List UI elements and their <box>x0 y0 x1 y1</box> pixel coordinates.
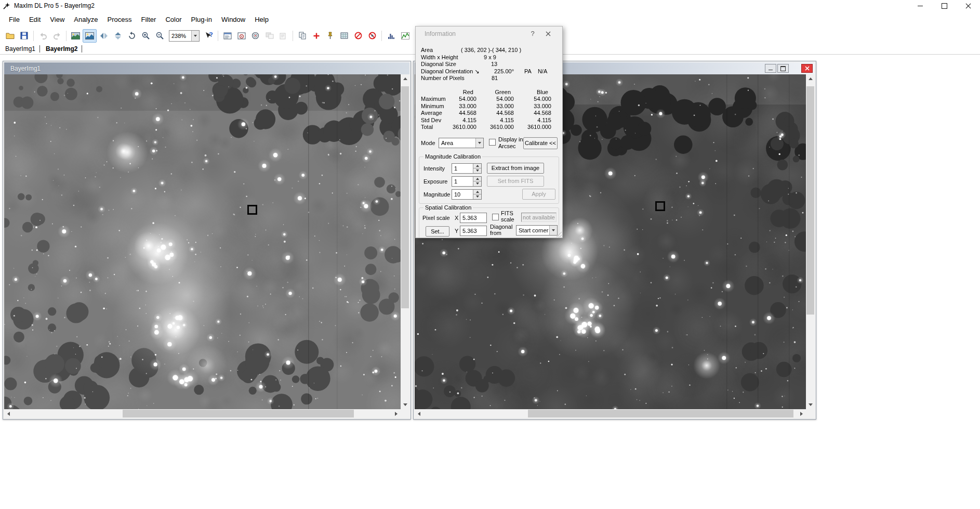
scroll-right-button[interactable] <box>797 409 806 418</box>
vertical-scrollbar[interactable] <box>401 74 409 409</box>
minimize-button[interactable] <box>908 0 932 11</box>
app-titlebar[interactable]: MaxIm DL Pro 5 - BayerImg2 <box>0 0 980 11</box>
mode-select[interactable]: Area <box>439 138 484 148</box>
intensity-spinner[interactable]: 1 <box>452 163 482 174</box>
apply-button[interactable]: Apply <box>522 189 555 200</box>
menu-color[interactable]: Color <box>161 14 186 25</box>
pixel-scale-x-input[interactable]: 5.363 <box>460 213 487 223</box>
menu-analyze[interactable]: Analyze <box>69 14 102 25</box>
batch-process-button[interactable] <box>276 29 290 43</box>
zoom-in-button[interactable] <box>139 29 153 43</box>
set-from-fits-button[interactable]: Set from FITS <box>487 176 544 187</box>
dialog-titlebar[interactable]: Information ? <box>416 27 562 41</box>
scroll-left-button[interactable] <box>4 409 13 418</box>
extract-from-image-button[interactable]: Extract from image <box>487 163 544 174</box>
scrollbar-track[interactable] <box>806 83 815 400</box>
magnitude-spin-down[interactable] <box>473 194 481 199</box>
close-button[interactable] <box>956 0 980 11</box>
screen-stretch-button[interactable] <box>69 29 83 43</box>
exposure-spin-down[interactable] <box>473 181 481 186</box>
add-marker-button[interactable] <box>309 29 323 43</box>
histogram-button[interactable] <box>384 29 398 43</box>
magnify-window-button[interactable] <box>234 29 248 43</box>
exposure-spinner[interactable]: 1 <box>452 176 482 187</box>
menu-view[interactable]: View <box>45 14 69 25</box>
diagonal-from-select[interactable]: Start corner <box>516 225 558 236</box>
flip-horizontal-button[interactable] <box>111 29 125 43</box>
tab-bayerimg2[interactable]: BayerImg2 <box>45 44 82 54</box>
scrollbar-thumb[interactable] <box>123 410 354 417</box>
mode-dropdown-arrow[interactable] <box>475 138 483 148</box>
menu-help[interactable]: Help <box>250 14 273 25</box>
pin-point-button[interactable] <box>323 29 337 43</box>
magnitude-value[interactable]: 10 <box>452 190 473 199</box>
menu-file[interactable]: File <box>4 14 24 25</box>
maximize-button[interactable] <box>932 0 956 11</box>
aperture-button[interactable] <box>248 29 262 43</box>
scrollbar-thumb[interactable] <box>528 410 793 417</box>
intensity-spin-up[interactable] <box>473 164 481 168</box>
vertical-scrollbar[interactable] <box>806 74 815 409</box>
selection-marker[interactable] <box>247 205 257 215</box>
corner-dropdown-arrow[interactable] <box>549 226 557 235</box>
tab-bayerimg1[interactable]: BayerImg1 <box>4 44 39 54</box>
dialog-help-button[interactable]: ? <box>525 27 540 41</box>
ccd-grid-button[interactable] <box>337 29 351 43</box>
rotate-button[interactable] <box>125 29 139 43</box>
scrollbar-track[interactable] <box>401 83 409 400</box>
exposure-value[interactable]: 1 <box>452 177 473 186</box>
quick-stretch-button[interactable] <box>83 29 97 43</box>
selection-marker[interactable] <box>655 201 665 211</box>
zoom-out-button[interactable] <box>153 29 167 43</box>
image-window-titlebar[interactable]: BayerImg1 <box>4 62 409 74</box>
child-maximize-button[interactable] <box>777 64 789 73</box>
filter-disable-button[interactable] <box>365 29 379 43</box>
star-image-canvas-left[interactable] <box>4 74 401 409</box>
magnitude-spin-up[interactable] <box>473 190 481 194</box>
copy-button[interactable] <box>295 29 309 43</box>
menu-window[interactable]: Window <box>217 14 250 25</box>
scroll-up-button[interactable] <box>806 74 815 83</box>
child-close-button[interactable] <box>801 64 813 73</box>
fits-scale-checkbox[interactable] <box>492 214 499 220</box>
display-in-arcsec-checkbox[interactable] <box>489 139 496 146</box>
menu-process[interactable]: Process <box>103 14 137 25</box>
information-dialog[interactable]: Information ? Area ( 336, 202 )-( 344, 2… <box>415 26 563 238</box>
scrollbar-thumb[interactable] <box>401 86 409 308</box>
scrollbar-thumb[interactable] <box>806 86 814 315</box>
scrollbar-track[interactable] <box>13 409 392 418</box>
flip-vertical-button[interactable] <box>97 29 111 43</box>
scrollbar-track[interactable] <box>423 409 797 418</box>
intensity-value[interactable]: 1 <box>452 164 473 173</box>
scroll-down-button[interactable] <box>401 400 409 409</box>
calibrate-button[interactable]: Calibrate << <box>523 137 558 149</box>
save-button[interactable] <box>17 29 31 43</box>
intensity-spin-down[interactable] <box>473 168 481 173</box>
redo-button[interactable] <box>50 29 64 43</box>
pixel-scale-y-input[interactable]: 5.363 <box>460 226 487 236</box>
magnitude-spinner[interactable]: 10 <box>452 189 482 200</box>
scroll-right-button[interactable] <box>392 409 401 418</box>
child-minimize-button[interactable] <box>765 64 776 73</box>
undo-button[interactable] <box>36 29 50 43</box>
scroll-down-button[interactable] <box>806 400 815 409</box>
scroll-up-button[interactable] <box>401 74 409 83</box>
dialog-close-button[interactable] <box>540 27 556 41</box>
scroll-left-button[interactable] <box>415 409 423 418</box>
calibration-disable-button[interactable] <box>351 29 365 43</box>
exposure-spin-up[interactable] <box>473 177 481 181</box>
blink-compare-button[interactable] <box>262 29 276 43</box>
context-help-button[interactable] <box>202 29 216 43</box>
zoom-level-select[interactable]: 238% <box>169 30 200 42</box>
line-profile-button[interactable] <box>398 29 412 43</box>
image-window-bayerimg1[interactable]: BayerImg1 <box>3 61 411 420</box>
horizontal-scrollbar[interactable] <box>415 409 806 418</box>
menu-filter[interactable]: Filter <box>137 14 161 25</box>
information-window-button[interactable] <box>220 29 234 43</box>
zoom-dropdown-arrow[interactable] <box>191 31 199 41</box>
set-button[interactable]: Set... <box>426 226 449 237</box>
horizontal-scrollbar[interactable] <box>4 409 401 418</box>
menu-plugin[interactable]: Plug-in <box>187 14 217 25</box>
menu-edit[interactable]: Edit <box>24 14 45 25</box>
open-button[interactable] <box>3 29 17 43</box>
